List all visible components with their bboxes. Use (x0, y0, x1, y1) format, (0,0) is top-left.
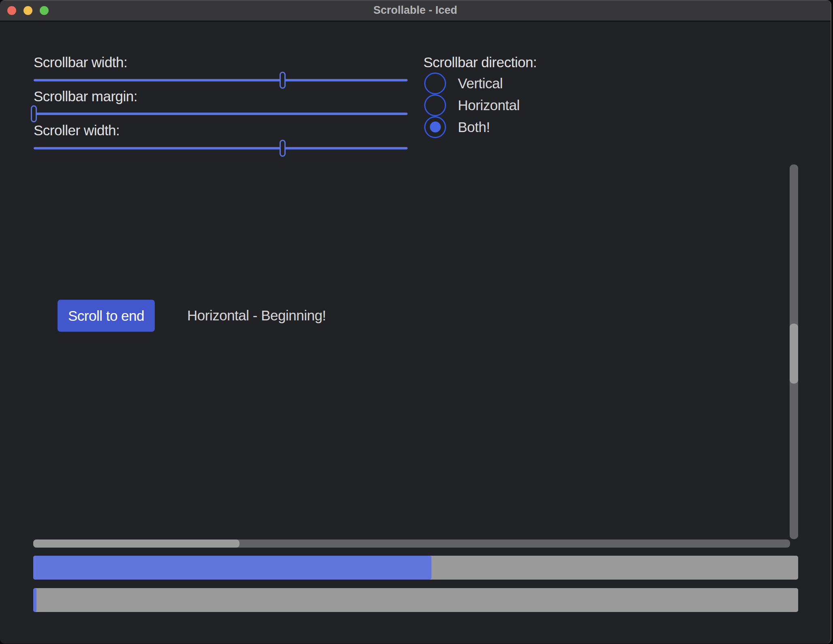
radio-option-label: Vertical (458, 75, 503, 92)
scrollbar-margin-label: Scrollbar margin: (34, 88, 137, 105)
scroll-to-end-button[interactable]: Scroll to end (58, 300, 155, 332)
progress-bar-1-fill (33, 556, 431, 580)
scrollbar-width-slider-handle[interactable] (280, 72, 286, 89)
radio-unselected-icon[interactable] (424, 73, 446, 94)
scroller-width-slider-track[interactable] (34, 147, 408, 149)
horizontal-scrollbar-thumb[interactable] (33, 540, 239, 548)
scrollbar-direction-label: Scrollbar direction: (423, 54, 537, 71)
radio-option-vertical[interactable]: Vertical (424, 72, 503, 94)
scrollbar-width-slider-track[interactable] (34, 79, 408, 81)
scrollbar-width-label: Scrollbar width: (34, 54, 127, 71)
scroller-width-slider-handle[interactable] (280, 140, 286, 157)
app-window: Scrollable - Iced Scrollbar width: Scrol… (0, 0, 831, 644)
progress-bar-1 (33, 556, 798, 580)
progress-bar-2 (33, 588, 798, 612)
radio-option-label: Both! (458, 119, 490, 135)
radio-selected-icon[interactable] (424, 116, 446, 138)
radio-unselected-icon[interactable] (424, 94, 446, 116)
scroll-status-text: Horizontal - Beginning! (187, 307, 326, 324)
radio-option-both[interactable]: Both! (424, 116, 490, 138)
scrollbar-margin-slider-handle[interactable] (31, 105, 37, 122)
window-title: Scrollable - Iced (0, 0, 831, 21)
scroller-width-label: Scroller width: (34, 122, 120, 139)
progress-bar-2-fill (33, 588, 36, 612)
titlebar[interactable]: Scrollable - Iced (0, 0, 831, 21)
radio-dot (430, 122, 441, 132)
radio-option-horizontal[interactable]: Horizontal (424, 94, 520, 116)
vertical-scrollbar-thumb[interactable] (790, 324, 798, 384)
scrollbar-margin-slider-track[interactable] (34, 113, 408, 115)
radio-option-label: Horizontal (458, 97, 520, 113)
